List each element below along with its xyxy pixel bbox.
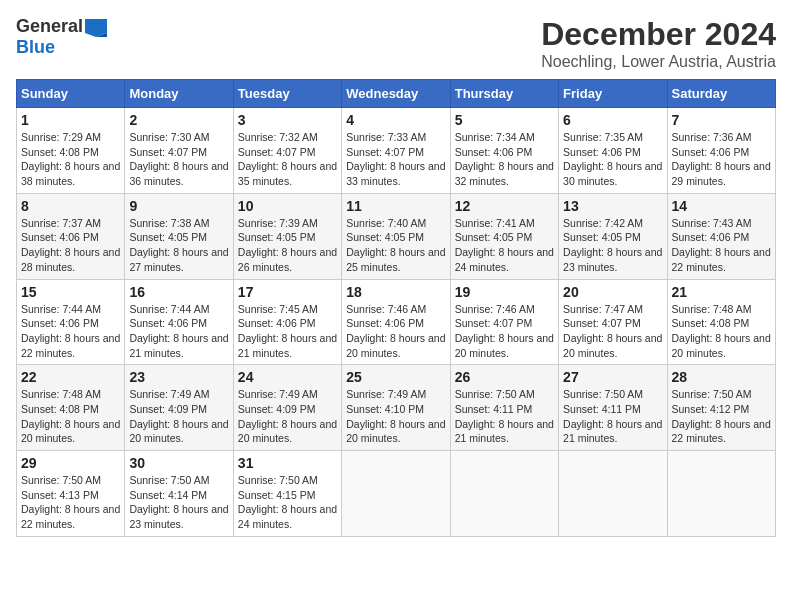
day-number: 7 (672, 112, 771, 128)
calendar-week-4: 22Sunrise: 7:48 AMSunset: 4:08 PMDayligh… (17, 365, 776, 451)
calendar-cell: 9Sunrise: 7:38 AMSunset: 4:05 PMDaylight… (125, 193, 233, 279)
location-subtitle: Noechling, Lower Austria, Austria (541, 53, 776, 71)
day-number: 28 (672, 369, 771, 385)
day-number: 14 (672, 198, 771, 214)
calendar-cell: 23Sunrise: 7:49 AMSunset: 4:09 PMDayligh… (125, 365, 233, 451)
calendar-cell: 6Sunrise: 7:35 AMSunset: 4:06 PMDaylight… (559, 108, 667, 194)
day-info: Sunrise: 7:36 AMSunset: 4:06 PMDaylight:… (672, 130, 771, 189)
day-info: Sunrise: 7:46 AMSunset: 4:07 PMDaylight:… (455, 302, 554, 361)
day-info: Sunrise: 7:30 AMSunset: 4:07 PMDaylight:… (129, 130, 228, 189)
calendar-cell: 29Sunrise: 7:50 AMSunset: 4:13 PMDayligh… (17, 451, 125, 537)
calendar-cell: 20Sunrise: 7:47 AMSunset: 4:07 PMDayligh… (559, 279, 667, 365)
calendar-header-sunday: Sunday (17, 80, 125, 108)
calendar-cell: 14Sunrise: 7:43 AMSunset: 4:06 PMDayligh… (667, 193, 775, 279)
calendar-cell: 17Sunrise: 7:45 AMSunset: 4:06 PMDayligh… (233, 279, 341, 365)
calendar-cell: 13Sunrise: 7:42 AMSunset: 4:05 PMDayligh… (559, 193, 667, 279)
calendar-cell: 1Sunrise: 7:29 AMSunset: 4:08 PMDaylight… (17, 108, 125, 194)
day-number: 24 (238, 369, 337, 385)
day-number: 3 (238, 112, 337, 128)
calendar-header-friday: Friday (559, 80, 667, 108)
day-info: Sunrise: 7:35 AMSunset: 4:06 PMDaylight:… (563, 130, 662, 189)
calendar-cell: 19Sunrise: 7:46 AMSunset: 4:07 PMDayligh… (450, 279, 558, 365)
calendar-week-1: 1Sunrise: 7:29 AMSunset: 4:08 PMDaylight… (17, 108, 776, 194)
logo: General Blue (16, 16, 107, 58)
day-number: 4 (346, 112, 445, 128)
day-number: 5 (455, 112, 554, 128)
calendar-cell: 3Sunrise: 7:32 AMSunset: 4:07 PMDaylight… (233, 108, 341, 194)
title-area: December 2024 Noechling, Lower Austria, … (541, 16, 776, 71)
calendar-cell: 4Sunrise: 7:33 AMSunset: 4:07 PMDaylight… (342, 108, 450, 194)
calendar-cell: 26Sunrise: 7:50 AMSunset: 4:11 PMDayligh… (450, 365, 558, 451)
calendar-header-thursday: Thursday (450, 80, 558, 108)
logo-icon (85, 19, 107, 37)
day-number: 31 (238, 455, 337, 471)
calendar-header-monday: Monday (125, 80, 233, 108)
logo-general-text: General (16, 16, 83, 37)
day-info: Sunrise: 7:49 AMSunset: 4:10 PMDaylight:… (346, 387, 445, 446)
day-number: 2 (129, 112, 228, 128)
day-info: Sunrise: 7:32 AMSunset: 4:07 PMDaylight:… (238, 130, 337, 189)
calendar-body: 1Sunrise: 7:29 AMSunset: 4:08 PMDaylight… (17, 108, 776, 537)
calendar-header-saturday: Saturday (667, 80, 775, 108)
day-info: Sunrise: 7:49 AMSunset: 4:09 PMDaylight:… (129, 387, 228, 446)
day-number: 10 (238, 198, 337, 214)
day-number: 13 (563, 198, 662, 214)
calendar-week-5: 29Sunrise: 7:50 AMSunset: 4:13 PMDayligh… (17, 451, 776, 537)
day-info: Sunrise: 7:50 AMSunset: 4:12 PMDaylight:… (672, 387, 771, 446)
day-info: Sunrise: 7:48 AMSunset: 4:08 PMDaylight:… (21, 387, 120, 446)
day-number: 27 (563, 369, 662, 385)
calendar-cell: 15Sunrise: 7:44 AMSunset: 4:06 PMDayligh… (17, 279, 125, 365)
day-info: Sunrise: 7:40 AMSunset: 4:05 PMDaylight:… (346, 216, 445, 275)
calendar-cell (450, 451, 558, 537)
day-info: Sunrise: 7:49 AMSunset: 4:09 PMDaylight:… (238, 387, 337, 446)
day-number: 18 (346, 284, 445, 300)
day-info: Sunrise: 7:50 AMSunset: 4:13 PMDaylight:… (21, 473, 120, 532)
calendar-cell: 24Sunrise: 7:49 AMSunset: 4:09 PMDayligh… (233, 365, 341, 451)
calendar-cell: 16Sunrise: 7:44 AMSunset: 4:06 PMDayligh… (125, 279, 233, 365)
calendar-cell: 25Sunrise: 7:49 AMSunset: 4:10 PMDayligh… (342, 365, 450, 451)
day-number: 19 (455, 284, 554, 300)
day-number: 23 (129, 369, 228, 385)
day-number: 26 (455, 369, 554, 385)
day-info: Sunrise: 7:42 AMSunset: 4:05 PMDaylight:… (563, 216, 662, 275)
calendar-week-2: 8Sunrise: 7:37 AMSunset: 4:06 PMDaylight… (17, 193, 776, 279)
day-info: Sunrise: 7:37 AMSunset: 4:06 PMDaylight:… (21, 216, 120, 275)
day-info: Sunrise: 7:50 AMSunset: 4:14 PMDaylight:… (129, 473, 228, 532)
day-info: Sunrise: 7:38 AMSunset: 4:05 PMDaylight:… (129, 216, 228, 275)
calendar-header-wednesday: Wednesday (342, 80, 450, 108)
day-info: Sunrise: 7:50 AMSunset: 4:11 PMDaylight:… (455, 387, 554, 446)
calendar-cell: 8Sunrise: 7:37 AMSunset: 4:06 PMDaylight… (17, 193, 125, 279)
calendar-cell: 27Sunrise: 7:50 AMSunset: 4:11 PMDayligh… (559, 365, 667, 451)
calendar-cell: 10Sunrise: 7:39 AMSunset: 4:05 PMDayligh… (233, 193, 341, 279)
day-number: 21 (672, 284, 771, 300)
calendar-header-row: SundayMondayTuesdayWednesdayThursdayFrid… (17, 80, 776, 108)
day-number: 20 (563, 284, 662, 300)
day-info: Sunrise: 7:39 AMSunset: 4:05 PMDaylight:… (238, 216, 337, 275)
calendar-cell: 28Sunrise: 7:50 AMSunset: 4:12 PMDayligh… (667, 365, 775, 451)
calendar-cell: 22Sunrise: 7:48 AMSunset: 4:08 PMDayligh… (17, 365, 125, 451)
day-info: Sunrise: 7:50 AMSunset: 4:15 PMDaylight:… (238, 473, 337, 532)
day-number: 8 (21, 198, 120, 214)
header: General Blue December 2024 Noechling, Lo… (16, 16, 776, 71)
calendar-cell: 18Sunrise: 7:46 AMSunset: 4:06 PMDayligh… (342, 279, 450, 365)
calendar-cell: 11Sunrise: 7:40 AMSunset: 4:05 PMDayligh… (342, 193, 450, 279)
calendar-cell (342, 451, 450, 537)
day-info: Sunrise: 7:29 AMSunset: 4:08 PMDaylight:… (21, 130, 120, 189)
day-number: 9 (129, 198, 228, 214)
day-info: Sunrise: 7:45 AMSunset: 4:06 PMDaylight:… (238, 302, 337, 361)
day-info: Sunrise: 7:50 AMSunset: 4:11 PMDaylight:… (563, 387, 662, 446)
day-number: 1 (21, 112, 120, 128)
calendar-cell: 12Sunrise: 7:41 AMSunset: 4:05 PMDayligh… (450, 193, 558, 279)
logo-blue-text: Blue (16, 37, 55, 58)
day-number: 15 (21, 284, 120, 300)
day-info: Sunrise: 7:44 AMSunset: 4:06 PMDaylight:… (129, 302, 228, 361)
calendar-week-3: 15Sunrise: 7:44 AMSunset: 4:06 PMDayligh… (17, 279, 776, 365)
day-number: 6 (563, 112, 662, 128)
calendar-cell: 5Sunrise: 7:34 AMSunset: 4:06 PMDaylight… (450, 108, 558, 194)
day-info: Sunrise: 7:43 AMSunset: 4:06 PMDaylight:… (672, 216, 771, 275)
day-info: Sunrise: 7:46 AMSunset: 4:06 PMDaylight:… (346, 302, 445, 361)
day-info: Sunrise: 7:34 AMSunset: 4:06 PMDaylight:… (455, 130, 554, 189)
calendar-cell: 2Sunrise: 7:30 AMSunset: 4:07 PMDaylight… (125, 108, 233, 194)
day-info: Sunrise: 7:44 AMSunset: 4:06 PMDaylight:… (21, 302, 120, 361)
month-title: December 2024 (541, 16, 776, 53)
